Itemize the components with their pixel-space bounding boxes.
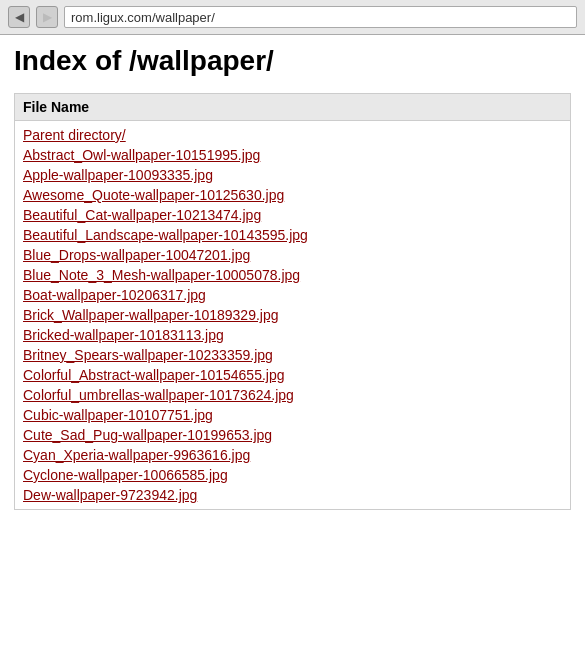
file-link[interactable]: Colorful_umbrellas-wallpaper-10173624.jp… bbox=[23, 387, 294, 403]
list-item: Boat-wallpaper-10206317.jpg bbox=[23, 285, 562, 305]
list-item: Blue_Note_3_Mesh-wallpaper-10005078.jpg bbox=[23, 265, 562, 285]
file-link[interactable]: Beautiful_Cat-wallpaper-10213474.jpg bbox=[23, 207, 261, 223]
file-link[interactable]: Brick_Wallpaper-wallpaper-10189329.jpg bbox=[23, 307, 279, 323]
file-link[interactable]: Cute_Sad_Pug-wallpaper-10199653.jpg bbox=[23, 427, 272, 443]
file-link[interactable]: Britney_Spears-wallpaper-10233359.jpg bbox=[23, 347, 273, 363]
list-item: Brick_Wallpaper-wallpaper-10189329.jpg bbox=[23, 305, 562, 325]
file-link[interactable]: Apple-wallpaper-10093335.jpg bbox=[23, 167, 213, 183]
list-item: Colorful_Abstract-wallpaper-10154655.jpg bbox=[23, 365, 562, 385]
list-item: Blue_Drops-wallpaper-10047201.jpg bbox=[23, 245, 562, 265]
file-list: Parent directory/Abstract_Owl-wallpaper-… bbox=[15, 121, 570, 509]
address-bar[interactable] bbox=[64, 6, 577, 28]
page-content: Index of /wallpaper/ File Name Parent di… bbox=[0, 35, 585, 524]
list-item: Britney_Spears-wallpaper-10233359.jpg bbox=[23, 345, 562, 365]
file-link[interactable]: Cubic-wallpaper-10107751.jpg bbox=[23, 407, 213, 423]
list-item: Cyan_Xperia-wallpaper-9963616.jpg bbox=[23, 445, 562, 465]
list-item: Cute_Sad_Pug-wallpaper-10199653.jpg bbox=[23, 425, 562, 445]
back-button[interactable]: ◀ bbox=[8, 6, 30, 28]
file-link[interactable]: Dew-wallpaper-9723942.jpg bbox=[23, 487, 197, 503]
file-table: File Name Parent directory/Abstract_Owl-… bbox=[14, 93, 571, 510]
list-item: Awesome_Quote-wallpaper-10125630.jpg bbox=[23, 185, 562, 205]
list-item: Colorful_umbrellas-wallpaper-10173624.jp… bbox=[23, 385, 562, 405]
list-item: Bricked-wallpaper-10183113.jpg bbox=[23, 325, 562, 345]
list-item: Cyclone-wallpaper-10066585.jpg bbox=[23, 465, 562, 485]
list-item: Apple-wallpaper-10093335.jpg bbox=[23, 165, 562, 185]
browser-toolbar: ◀ ▶ bbox=[0, 0, 585, 35]
file-link[interactable]: Bricked-wallpaper-10183113.jpg bbox=[23, 327, 224, 343]
table-header: File Name bbox=[15, 94, 570, 121]
list-item: Abstract_Owl-wallpaper-10151995.jpg bbox=[23, 145, 562, 165]
forward-button[interactable]: ▶ bbox=[36, 6, 58, 28]
file-link[interactable]: Blue_Note_3_Mesh-wallpaper-10005078.jpg bbox=[23, 267, 300, 283]
list-item: Dew-wallpaper-9723942.jpg bbox=[23, 485, 562, 505]
file-link[interactable]: Boat-wallpaper-10206317.jpg bbox=[23, 287, 206, 303]
file-link[interactable]: Blue_Drops-wallpaper-10047201.jpg bbox=[23, 247, 250, 263]
list-item: Beautiful_Landscape-wallpaper-10143595.j… bbox=[23, 225, 562, 245]
file-link[interactable]: Parent directory/ bbox=[23, 127, 126, 143]
list-item: Parent directory/ bbox=[23, 125, 562, 145]
file-link[interactable]: Cyan_Xperia-wallpaper-9963616.jpg bbox=[23, 447, 250, 463]
file-link[interactable]: Colorful_Abstract-wallpaper-10154655.jpg bbox=[23, 367, 285, 383]
file-link[interactable]: Beautiful_Landscape-wallpaper-10143595.j… bbox=[23, 227, 308, 243]
list-item: Cubic-wallpaper-10107751.jpg bbox=[23, 405, 562, 425]
file-link[interactable]: Cyclone-wallpaper-10066585.jpg bbox=[23, 467, 228, 483]
file-link[interactable]: Abstract_Owl-wallpaper-10151995.jpg bbox=[23, 147, 260, 163]
file-link[interactable]: Awesome_Quote-wallpaper-10125630.jpg bbox=[23, 187, 284, 203]
list-item: Beautiful_Cat-wallpaper-10213474.jpg bbox=[23, 205, 562, 225]
page-title: Index of /wallpaper/ bbox=[14, 45, 571, 77]
